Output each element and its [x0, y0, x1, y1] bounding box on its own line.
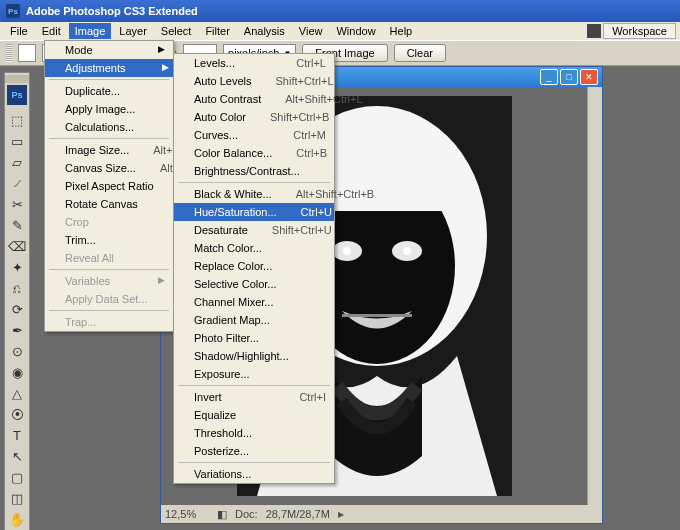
menu-edit[interactable]: Edit	[36, 23, 67, 39]
menu-item-auto-contrast[interactable]: Auto ContrastAlt+Shift+Ctrl+L	[174, 90, 334, 108]
menu-view[interactable]: View	[293, 23, 329, 39]
menu-label: Selective Color...	[194, 278, 277, 290]
crop-tool-preset[interactable]	[18, 44, 36, 62]
tool-17[interactable]: ▢	[6, 467, 28, 487]
menu-item-channel-mixer---[interactable]: Channel Mixer...	[174, 293, 334, 311]
menu-item-desaturate[interactable]: DesaturateShift+Ctrl+U	[174, 221, 334, 239]
tool-13[interactable]: △	[6, 383, 28, 403]
grip-icon[interactable]	[6, 44, 12, 62]
minimize-button[interactable]: _	[540, 69, 558, 85]
menu-item-photo-filter---[interactable]: Photo Filter...	[174, 329, 334, 347]
menu-label: Black & White...	[194, 188, 272, 200]
workspace-icon	[587, 24, 601, 38]
close-button[interactable]: ✕	[580, 69, 598, 85]
adjustments-submenu: Levels...Ctrl+LAuto LevelsShift+Ctrl+LAu…	[173, 53, 335, 484]
toolbox: Ps ⬚▭▱⟋✂✎⌫✦⎌⟳✒⊙◉△⦿T↖▢◫✋🔍	[4, 72, 30, 530]
zoom-level[interactable]: 12,5%	[165, 508, 209, 520]
maximize-button[interactable]: □	[560, 69, 578, 85]
menu-label: Mode	[65, 44, 93, 56]
menu-item-adjustments[interactable]: Adjustments▶	[45, 59, 173, 77]
menu-item-rotate-canvas[interactable]: Rotate Canvas▶	[45, 195, 173, 213]
menu-item-variations---[interactable]: Variations...	[174, 465, 334, 483]
status-bar: 12,5% ◧ Doc: 28,7M/28,7M ▶	[161, 505, 587, 523]
menu-item-exposure---[interactable]: Exposure...	[174, 365, 334, 383]
menu-item-mode[interactable]: Mode▶	[45, 41, 173, 59]
tool-0[interactable]: ⬚	[6, 110, 28, 130]
menu-help[interactable]: Help	[384, 23, 419, 39]
menu-item-match-color---[interactable]: Match Color...	[174, 239, 334, 257]
vertical-scrollbar[interactable]	[587, 87, 602, 505]
status-icon[interactable]: ◧	[217, 508, 227, 521]
menu-item-invert[interactable]: InvertCtrl+I	[174, 388, 334, 406]
menu-analysis[interactable]: Analysis	[238, 23, 291, 39]
tool-8[interactable]: ⎌	[6, 278, 28, 298]
separator	[49, 79, 169, 80]
separator	[178, 182, 330, 183]
menu-filter[interactable]: Filter	[199, 23, 235, 39]
menu-item-trim---[interactable]: Trim...	[45, 231, 173, 249]
svg-point-7	[403, 247, 411, 255]
tool-7[interactable]: ✦	[6, 257, 28, 277]
menu-label: Variations...	[194, 468, 251, 480]
menu-item-image-size---[interactable]: Image Size...Alt+Ctrl+I	[45, 141, 173, 159]
tool-10[interactable]: ✒	[6, 320, 28, 340]
menu-layer[interactable]: Layer	[113, 23, 153, 39]
separator	[178, 462, 330, 463]
tool-14[interactable]: ⦿	[6, 404, 28, 424]
tool-16[interactable]: ↖	[6, 446, 28, 466]
menu-item-posterize---[interactable]: Posterize...	[174, 442, 334, 460]
tool-12[interactable]: ◉	[6, 362, 28, 382]
menu-label: Pixel Aspect Ratio	[65, 180, 154, 192]
menu-window[interactable]: Window	[330, 23, 381, 39]
tool-3[interactable]: ⟋	[6, 173, 28, 193]
tool-6[interactable]: ⌫	[6, 236, 28, 256]
tool-4[interactable]: ✂	[6, 194, 28, 214]
tool-9[interactable]: ⟳	[6, 299, 28, 319]
menu-item-gradient-map---[interactable]: Gradient Map...	[174, 311, 334, 329]
chevron-right-icon[interactable]: ▶	[338, 510, 344, 519]
ps-logo-icon: Ps	[7, 85, 27, 105]
separator	[178, 385, 330, 386]
tool-15[interactable]: T	[6, 425, 28, 445]
menu-item-selective-color---[interactable]: Selective Color...	[174, 275, 334, 293]
menu-item-levels---[interactable]: Levels...Ctrl+L	[174, 54, 334, 72]
menu-item-hue-saturation---[interactable]: Hue/Saturation...Ctrl+U	[174, 203, 334, 221]
menu-item-auto-color[interactable]: Auto ColorShift+Ctrl+B	[174, 108, 334, 126]
menu-file[interactable]: File	[4, 23, 34, 39]
menu-item-canvas-size---[interactable]: Canvas Size...Alt+Ctrl+C	[45, 159, 173, 177]
chevron-right-icon: ▶	[158, 44, 165, 56]
menu-item-calculations---[interactable]: Calculations...	[45, 118, 173, 136]
menu-item-brightness-contrast---[interactable]: Brightness/Contrast...	[174, 162, 334, 180]
toolbox-grip[interactable]	[5, 75, 29, 83]
menu-item-curves---[interactable]: Curves...Ctrl+M	[174, 126, 334, 144]
menu-label: Canvas Size...	[65, 162, 136, 174]
menu-label: Channel Mixer...	[194, 296, 273, 308]
menu-item-shadow-highlight---[interactable]: Shadow/Highlight...	[174, 347, 334, 365]
tool-5[interactable]: ✎	[6, 215, 28, 235]
tool-19[interactable]: ✋	[6, 509, 28, 529]
shortcut: Shift+Ctrl+L	[275, 75, 333, 87]
menu-select[interactable]: Select	[155, 23, 198, 39]
menu-item-crop: Crop	[45, 213, 173, 231]
workspace-button[interactable]: Workspace	[603, 23, 676, 39]
menu-item-auto-levels[interactable]: Auto LevelsShift+Ctrl+L	[174, 72, 334, 90]
menu-item-threshold---[interactable]: Threshold...	[174, 424, 334, 442]
clear-button[interactable]: Clear	[394, 44, 446, 62]
separator	[49, 310, 169, 311]
menu-item-reveal-all: Reveal All	[45, 249, 173, 267]
menu-item-pixel-aspect-ratio[interactable]: Pixel Aspect Ratio▶	[45, 177, 173, 195]
menu-item-apply-image---[interactable]: Apply Image...	[45, 100, 173, 118]
menu-item-duplicate---[interactable]: Duplicate...	[45, 82, 173, 100]
app-title: Adobe Photoshop CS3 Extended	[26, 5, 198, 17]
menu-label: Curves...	[194, 129, 238, 141]
menu-item-color-balance---[interactable]: Color Balance...Ctrl+B	[174, 144, 334, 162]
tool-18[interactable]: ◫	[6, 488, 28, 508]
menu-item-equalize[interactable]: Equalize	[174, 406, 334, 424]
chevron-right-icon: ▶	[158, 275, 165, 287]
tool-11[interactable]: ⊙	[6, 341, 28, 361]
tool-1[interactable]: ▭	[6, 131, 28, 151]
tool-2[interactable]: ▱	[6, 152, 28, 172]
menu-item-replace-color---[interactable]: Replace Color...	[174, 257, 334, 275]
menu-image[interactable]: Image	[69, 23, 112, 39]
menu-item-black---white---[interactable]: Black & White...Alt+Shift+Ctrl+B	[174, 185, 334, 203]
